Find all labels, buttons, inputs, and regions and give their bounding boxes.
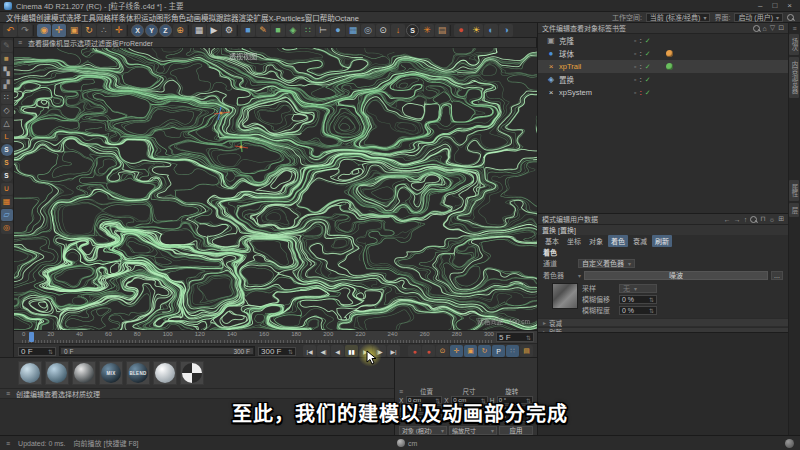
blur-scale-field[interactable]: 0 %⇅ [619, 306, 657, 315]
toolbar-icon[interactable]: ☀ [469, 24, 483, 37]
toolbar-icon[interactable]: ◐ [484, 24, 498, 37]
home-icon[interactable]: ⌂ [763, 25, 767, 32]
toolbar-icon[interactable]: ■ [271, 24, 285, 37]
toolbar-icon[interactable]: ▤ [435, 24, 449, 37]
material-menu-item[interactable]: 编辑 [30, 391, 44, 398]
record-button[interactable]: ● [408, 345, 421, 357]
menu-item[interactable]: 选择 [66, 14, 81, 23]
viewport-menu-item[interactable]: 选项 [77, 40, 91, 47]
settings-icon[interactable]: ☼ [769, 216, 775, 223]
enabled-check-icon[interactable]: ✓ [645, 37, 651, 45]
forward-arrow-icon[interactable]: → [734, 216, 741, 223]
palette-icon[interactable]: ∷ [1, 92, 13, 104]
attribute-tab[interactable]: 着色 [608, 235, 628, 247]
transport-button[interactable]: ◀| [317, 345, 330, 357]
menu-item[interactable]: 扩展 [254, 14, 269, 23]
interface-select[interactable]: 启动 (用户)▾ [734, 13, 783, 22]
search-icon[interactable] [750, 216, 757, 223]
viewport-menu-item[interactable]: 显示 [63, 40, 77, 47]
menu-item[interactable]: 体积 [126, 14, 141, 23]
blur-offset-field[interactable]: 0 %⇅ [619, 295, 657, 304]
shader-browse-button[interactable]: ... [771, 271, 783, 280]
object-manager-menu-item[interactable]: 文件 [542, 25, 556, 32]
record-button[interactable]: ✛ [450, 345, 463, 357]
toolbar-icon[interactable]: ▣ [67, 24, 81, 37]
toolbar-icon[interactable]: ⊢ [316, 24, 330, 37]
toolbar-icon[interactable]: ● [331, 24, 345, 37]
toolbar-icon[interactable] [450, 25, 453, 36]
menu-item[interactable]: 跟踪器 [216, 14, 239, 23]
enabled-check-icon[interactable]: ✓ [645, 76, 651, 84]
object-row[interactable]: ● 球体 ▫ : ✓ [538, 47, 788, 60]
shader-preview[interactable] [552, 283, 578, 309]
record-button[interactable]: ● [422, 345, 435, 357]
panel-icon[interactable]: ⊞ [778, 215, 784, 223]
timeline-ruler[interactable]: 0204060801001201401601802002202402602803… [14, 331, 537, 344]
close-button[interactable]: × [787, 1, 792, 10]
material-menu-item[interactable]: 创建 [16, 391, 30, 398]
toolbar-icon[interactable]: ◎ [361, 24, 375, 37]
toolbar-icon[interactable]: ↶ [3, 24, 17, 37]
object-manager-menu-item[interactable]: 书签 [612, 25, 626, 32]
attribute-menu-item[interactable]: 编辑 [556, 216, 570, 223]
attribute-tab[interactable]: 衰减 [630, 235, 650, 247]
object-row[interactable]: ◈ 置换 ▫ : ✓ [538, 73, 788, 86]
material-swatch[interactable] [72, 361, 96, 385]
menu-item[interactable]: 运动图形 [141, 14, 171, 23]
menu-item[interactable]: 文件 [6, 14, 21, 23]
toolbar-icon[interactable] [237, 25, 240, 36]
coord-mode-select[interactable]: 对象 (相对)▾ [399, 426, 447, 435]
axis-gizmo[interactable] [234, 140, 250, 154]
toolbar-icon[interactable]: Z [159, 24, 172, 37]
material-menu-item[interactable]: 纹理 [86, 391, 100, 398]
channel-select[interactable]: 自定义着色器▾ [578, 259, 635, 268]
palette-icon[interactable]: ∪ [1, 183, 13, 195]
coord-size-select[interactable]: 缩放尺寸▾ [449, 426, 497, 435]
toolbar-icon[interactable]: ◑ [499, 24, 513, 37]
toolbar-icon[interactable]: ∷ [301, 24, 315, 37]
record-button[interactable]: ∷ [506, 345, 519, 357]
toolbar-icon[interactable]: ✎ [256, 24, 270, 37]
enabled-check-icon[interactable]: ✓ [645, 89, 651, 97]
toolbar-icon[interactable] [33, 25, 36, 36]
toolbar-icon[interactable]: S [406, 24, 419, 37]
object-manager-menu-item[interactable]: 查看 [570, 25, 584, 32]
record-button[interactable]: ▣ [464, 345, 477, 357]
toolbar-icon[interactable]: ▦ [192, 24, 206, 37]
viewport-menu-item[interactable]: 查看 [28, 40, 42, 47]
object-manager-menu-item[interactable]: 标签 [598, 25, 612, 32]
material-swatch[interactable] [18, 361, 42, 385]
palette-icon[interactable]: ▚ [1, 66, 13, 78]
toolbar-icon[interactable]: ⊙ [376, 24, 390, 37]
viewport-menu-item[interactable]: 面板 [105, 40, 119, 47]
material-swatch[interactable]: MIX [99, 361, 123, 385]
material-tag-icon[interactable] [666, 50, 673, 57]
visibility-dots[interactable]: : [639, 37, 641, 44]
toolbar-icon[interactable]: ✳ [420, 24, 434, 37]
menu-item[interactable]: 模式 [51, 14, 66, 23]
visibility-dots[interactable]: : [639, 76, 641, 83]
back-arrow-icon[interactable]: ← [724, 216, 731, 223]
transport-button[interactable]: |◀ [303, 345, 316, 357]
toolbar-icon[interactable]: ▶ [207, 24, 221, 37]
attribute-menu-item[interactable]: 用户数据 [570, 216, 598, 223]
palette-icon[interactable]: S [1, 170, 13, 182]
menu-item[interactable]: 动画 [186, 14, 201, 23]
attribute-tab[interactable]: 刷新 [652, 235, 672, 247]
range-start-field[interactable]: 0 F⇅ [18, 347, 56, 356]
palette-icon[interactable]: ▱ [1, 209, 13, 221]
sampling-select[interactable]: 无▾ [619, 284, 657, 293]
toolbar-icon[interactable]: X [131, 24, 144, 37]
transport-button[interactable]: ▮▮ [345, 345, 358, 357]
status-menu-icon[interactable]: ≡ [6, 440, 10, 447]
viewport-canvas[interactable] [14, 48, 537, 330]
side-tab[interactable]: 内容浏览器 [789, 57, 799, 98]
menu-item[interactable]: 网格 [96, 14, 111, 23]
material-swatch[interactable] [180, 361, 204, 385]
palette-icon[interactable]: S [1, 144, 13, 156]
dock-icon[interactable]: ≡ [792, 25, 796, 32]
playhead[interactable] [29, 332, 34, 342]
toolbar-icon[interactable]: ↓ [391, 24, 405, 37]
side-tab[interactable]: 层 [789, 203, 799, 218]
layer-toggle[interactable]: ▫ [634, 89, 636, 96]
